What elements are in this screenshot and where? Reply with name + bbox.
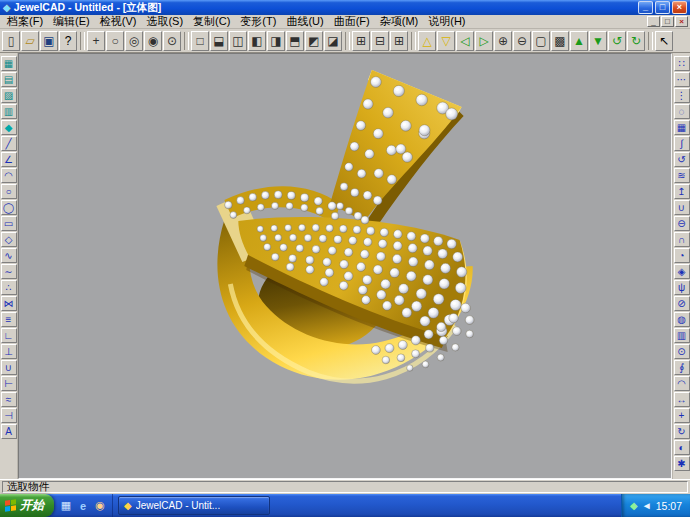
circle-filled-button[interactable]: ◉ <box>144 31 162 51</box>
pan-up-button[interactable]: ▲ <box>570 31 588 51</box>
array-grid-button[interactable]: ∷ <box>674 56 690 71</box>
bend-tool-button[interactable]: ◠ <box>674 376 690 391</box>
polygon-tool-button[interactable]: ◇ <box>1 232 17 247</box>
circle-target-button[interactable]: ◎ <box>125 31 143 51</box>
gem-place-tool-button[interactable]: ◈ <box>674 264 690 279</box>
mdi-minimize-button[interactable]: _ <box>647 16 660 27</box>
media-player-icon[interactable]: ◉ <box>93 499 107 513</box>
extrude-tool-button[interactable]: ↥ <box>674 184 690 199</box>
zoom-in-button[interactable]: ⊕ <box>494 31 512 51</box>
viewport-top-fill-button[interactable]: ⬒ <box>286 31 304 51</box>
menu-help[interactable]: 说明(H) <box>423 15 470 28</box>
gem-palette-button[interactable]: ▦ <box>1 56 17 71</box>
viewport-corner-fill-button[interactable]: ◩ <box>305 31 323 51</box>
scale-tool-button[interactable]: ↔ <box>674 392 690 407</box>
mdi-close-button[interactable]: × <box>675 16 688 27</box>
antivirus-tray-icon[interactable]: ◆ <box>630 501 638 511</box>
offset-tool-button[interactable]: ≡ <box>1 312 17 327</box>
viewport-split-button[interactable]: ◫ <box>229 31 247 51</box>
boolean-intersect-button[interactable]: ∩ <box>674 232 690 247</box>
rectangle-tool-button[interactable]: ▭ <box>1 216 17 231</box>
join-tool-button[interactable]: ∪ <box>1 360 17 375</box>
curve-edit-tool-button[interactable]: ∼ <box>1 264 17 279</box>
arc-tool-button[interactable]: ◠ <box>1 168 17 183</box>
zoom-extents-button[interactable]: ▩ <box>551 31 569 51</box>
sweep-tool-button[interactable]: ∫ <box>674 136 690 151</box>
array-circular-button[interactable]: ◌ <box>674 104 690 119</box>
circle-dot-button[interactable]: ⊙ <box>163 31 181 51</box>
select-cursor-button[interactable]: ↖ <box>655 31 673 51</box>
rotate-view-up-button[interactable]: △ <box>418 31 436 51</box>
menu-misc[interactable]: 杂项(M) <box>375 15 424 28</box>
prong-tool-button[interactable]: ψ <box>674 280 690 295</box>
options-tool-button[interactable]: ✱ <box>674 456 690 471</box>
matrix-transform-button[interactable]: ▦ <box>674 120 690 135</box>
circle-tool-button[interactable]: ○ <box>1 184 17 199</box>
mdi-restore-button[interactable]: □ <box>661 16 674 27</box>
point-edit-tool-button[interactable]: ∴ <box>1 280 17 295</box>
rotate-view-down-button[interactable]: ▽ <box>437 31 455 51</box>
ellipse-tool-button[interactable]: ◯ <box>1 200 17 215</box>
start-button[interactable]: 开始 <box>0 494 54 517</box>
minimize-button[interactable]: _ <box>638 1 653 14</box>
menu-file[interactable]: 档案(F) <box>2 15 48 28</box>
trim-tool-button[interactable]: ⊥ <box>1 344 17 359</box>
boolean-union-button[interactable]: ∪ <box>674 200 690 215</box>
open-file-button[interactable]: ▱ <box>21 31 39 51</box>
viewport-plain-button[interactable]: □ <box>191 31 209 51</box>
text-tool-button[interactable]: A <box>1 424 17 439</box>
viewport-canvas[interactable] <box>18 53 672 479</box>
taskbar-clock[interactable]: 15:07 <box>656 500 682 512</box>
save-file-button[interactable]: ▣ <box>40 31 58 51</box>
cutter-tool-button[interactable]: ⊘ <box>674 296 690 311</box>
menu-surface[interactable]: 曲面(F) <box>329 15 375 28</box>
move-tool-button[interactable]: + <box>674 408 690 423</box>
rotate-view-right-button[interactable]: ▷ <box>475 31 493 51</box>
measure-tool-button[interactable]: ⊣ <box>1 408 17 423</box>
layout-split-button[interactable]: ⊟ <box>371 31 389 51</box>
polyline-tool-button[interactable]: ∠ <box>1 152 17 167</box>
channel-tool-button[interactable]: ▥ <box>674 328 690 343</box>
volume-tray-icon[interactable]: ◄ <box>642 501 652 511</box>
show-desktop-icon[interactable]: ▦ <box>59 499 73 513</box>
gem-color-button[interactable]: ◆ <box>1 120 17 135</box>
undo-view-button[interactable]: ↺ <box>608 31 626 51</box>
maximize-button[interactable]: □ <box>655 1 670 14</box>
context-help-button[interactable]: ? <box>59 31 77 51</box>
pan-down-button[interactable]: ▼ <box>589 31 607 51</box>
bezel-tool-button[interactable]: ◍ <box>674 312 690 327</box>
new-file-button[interactable]: ▯ <box>2 31 20 51</box>
pipe-tool-button[interactable]: ⊙ <box>674 344 690 359</box>
render-tool-button[interactable]: ◐ <box>674 440 690 455</box>
zoom-out-button[interactable]: ⊖ <box>513 31 531 51</box>
rotate-view-left-button[interactable]: ◁ <box>456 31 474 51</box>
internet-explorer-icon[interactable]: e <box>76 499 90 513</box>
fillet-tool-button[interactable]: ∟ <box>1 328 17 343</box>
array-column-button[interactable]: ⋮ <box>674 88 690 103</box>
revolve-tool-button[interactable]: ↺ <box>674 152 690 167</box>
freeform-curve-tool-button[interactable]: ∿ <box>1 248 17 263</box>
menu-view[interactable]: 检视(V) <box>95 15 142 28</box>
menu-copy[interactable]: 复制(C) <box>188 15 235 28</box>
loft-tool-button[interactable]: ≋ <box>674 168 690 183</box>
redo-view-button[interactable]: ↻ <box>627 31 645 51</box>
mirror-tool-button[interactable]: ⋈ <box>1 296 17 311</box>
menu-edit[interactable]: 编辑(E) <box>48 15 95 28</box>
material-palette-button[interactable]: ▤ <box>1 72 17 87</box>
line-tool-button[interactable]: ╱ <box>1 136 17 151</box>
menu-curve[interactable]: 曲线(U) <box>281 15 328 28</box>
taskbar-task-jewelcad[interactable]: ◆ JewelCAD - Untit... <box>118 496 270 515</box>
viewport-right-fill-button[interactable]: ◨ <box>267 31 285 51</box>
zoom-window-button[interactable]: ▢ <box>532 31 550 51</box>
circle-center-button[interactable]: ○ <box>106 31 124 51</box>
rotate-tool-button[interactable]: ↻ <box>674 424 690 439</box>
pointer-crosshair-button[interactable]: + <box>87 31 105 51</box>
layer-palette-button[interactable]: ▥ <box>1 104 17 119</box>
layout-grid-button[interactable]: ⊞ <box>352 31 370 51</box>
layout-quad-button[interactable]: ⊞ <box>390 31 408 51</box>
shell-tool-button[interactable]: ◔ <box>674 248 690 263</box>
close-button[interactable]: × <box>672 1 687 14</box>
smooth-tool-button[interactable]: ≈ <box>1 392 17 407</box>
break-tool-button[interactable]: ⊢ <box>1 376 17 391</box>
viewport-left-fill-button[interactable]: ◧ <box>248 31 266 51</box>
